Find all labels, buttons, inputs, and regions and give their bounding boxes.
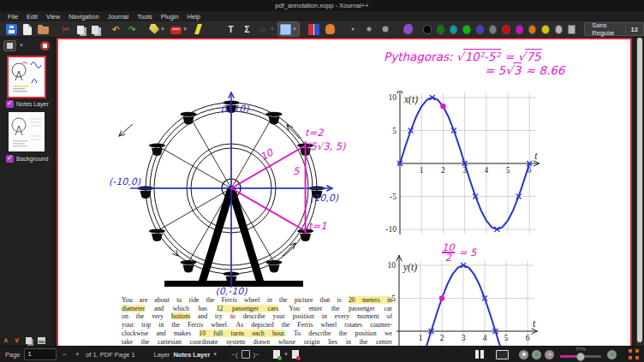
draw-shapes-button[interactable]: ▱▼ <box>256 22 277 36</box>
color-swatch-00a0b4[interactable] <box>450 25 457 34</box>
select-rectangle-button[interactable]: ▼ <box>278 22 299 36</box>
x-tick-label: 6 <box>526 334 530 342</box>
menu-navigation[interactable]: Navigation <box>65 12 102 21</box>
menu-view[interactable]: View <box>43 12 63 21</box>
text-tool-button[interactable]: T <box>224 22 238 36</box>
add-layer-icon[interactable] <box>273 350 280 359</box>
copy-button[interactable] <box>75 22 88 36</box>
hand-tool-button[interactable] <box>323 22 337 36</box>
color-swatch-00c200[interactable] <box>462 25 470 34</box>
cut-button[interactable]: ✂ <box>58 22 73 36</box>
menu-tools[interactable]: Tools <box>134 12 156 21</box>
sidebar-toggle-icon[interactable] <box>3 40 16 51</box>
sidebar-close-button[interactable] <box>40 41 50 50</box>
vertical-space-icon <box>308 24 319 35</box>
dual-page-view-icon[interactable] <box>474 350 486 359</box>
color-swatch-e00000[interactable] <box>502 25 510 34</box>
chevron-down-icon[interactable]: ▼ <box>19 43 24 48</box>
notes-layer-preview <box>9 57 45 97</box>
dot-thick-icon <box>380 24 391 35</box>
menu-help[interactable]: Help <box>184 12 204 21</box>
pen-button[interactable]: ▼ <box>147 22 167 36</box>
move-to-next-layer-icon[interactable]: )− <box>253 351 259 359</box>
titlebar: pdf_annotation.xopp - Xournal++ <box>0 0 644 11</box>
color-swatch-e07800[interactable] <box>528 25 536 34</box>
duplicate-page-icon[interactable] <box>26 337 32 344</box>
zoom-out-button[interactable] <box>545 350 554 359</box>
zoom-in-button[interactable] <box>607 350 617 359</box>
undo-button[interactable]: ↶ <box>109 22 123 36</box>
color-swatch-d6c400[interactable] <box>541 25 549 34</box>
scroll-up-icon[interactable]: ∧ <box>3 337 9 344</box>
toolbar: ✂↶↷▼▼TΣ▱▼▼Sans Regular12 <box>0 21 644 38</box>
highlighter-button[interactable] <box>191 22 206 36</box>
eraser-button[interactable]: ▼ <box>169 22 189 36</box>
pdf-page[interactable]: (0,10) (-10,0) (10,0) (0,-10) 10 5 t=2 (… <box>57 38 632 346</box>
scroll-down-icon[interactable]: ∨ <box>15 337 20 344</box>
color-swatch-7f7f7f[interactable] <box>489 25 497 34</box>
zoom-100-button[interactable] <box>532 350 541 359</box>
sqrt-sign: √ <box>505 63 513 77</box>
page-preview-icon[interactable] <box>38 337 45 344</box>
presentation-mode-icon[interactable] <box>496 350 509 359</box>
y-tick-label: 10 <box>388 261 397 270</box>
scissors-icon: ✂ <box>60 24 71 35</box>
menu-file[interactable]: File <box>4 12 21 21</box>
color-swatch-b4b4b4[interactable] <box>555 25 563 34</box>
background-layer-checkbox[interactable] <box>6 155 14 163</box>
insert-image-button[interactable] <box>207 22 222 36</box>
scrollbar-thumb[interactable] <box>637 38 642 342</box>
color-picker-icon[interactable] <box>568 25 575 34</box>
menu-edit[interactable]: Edit <box>23 12 41 21</box>
new-file-button[interactable] <box>21 22 34 36</box>
current-layer-icon[interactable] <box>242 350 250 359</box>
redo-button[interactable]: ↷ <box>125 22 140 36</box>
pen-dropdown-icon[interactable]: ▼ <box>160 27 165 32</box>
menu-journal[interactable]: Journal <box>104 12 133 21</box>
hand-icon <box>325 24 335 34</box>
passenger-car <box>181 260 197 273</box>
vertical-scrollbar[interactable] <box>636 38 643 346</box>
paste-button[interactable] <box>90 22 100 36</box>
color-swatch-dd00dd[interactable] <box>516 25 523 34</box>
font-selector[interactable]: Sans Regular12 <box>584 22 644 36</box>
layer-value: Notes Layer <box>173 351 210 359</box>
t1-label: t=1 <box>308 220 326 232</box>
zoom-percent: 77% <box>560 347 601 352</box>
math-tex-button[interactable]: Σ <box>240 22 254 36</box>
zoom-fit-button[interactable] <box>519 350 528 359</box>
thickness-medium-button[interactable] <box>362 22 377 36</box>
page-increment-button[interactable]: + <box>73 350 82 359</box>
shape-recognizer-button[interactable] <box>401 22 415 36</box>
pythagoras-annotation: Pythagoras: √10²-5² = √75 = 5√3 ≈ 8.66 <box>384 50 564 77</box>
vertical-space-button[interactable] <box>307 22 321 36</box>
eraser-dropdown-icon[interactable]: ▼ <box>182 27 188 32</box>
delete-layer-icon[interactable] <box>292 350 299 359</box>
xournalpp-window: pdf_annotation.xopp - Xournal++ FileEdit… <box>0 0 644 362</box>
chevron-down-icon[interactable]: ▼ <box>283 352 289 357</box>
fullscreen-icon[interactable] <box>629 349 639 359</box>
move-to-previous-layer-icon[interactable]: −( <box>231 351 237 359</box>
color-swatch-007f00[interactable] <box>437 25 444 34</box>
axis-title-x-of-t: x(t) <box>403 94 418 105</box>
thickness-thick-button[interactable] <box>379 22 393 36</box>
main-area: ▼ Notes Layer <box>0 38 644 346</box>
thickness-fine-button[interactable] <box>346 22 361 36</box>
open-file-button[interactable] <box>36 22 51 36</box>
page-number-input[interactable]: 1 <box>24 348 57 360</box>
page-decrement-button[interactable]: − <box>60 350 69 359</box>
layer-thumbnail-notes[interactable] <box>9 57 45 97</box>
zoom-slider-track[interactable] <box>560 355 601 358</box>
layer-select[interactable]: Notes Layer ▼ <box>173 351 218 359</box>
color-swatch-000000[interactable] <box>423 25 431 34</box>
save-button[interactable] <box>4 22 19 36</box>
color-swatch-4040d8[interactable] <box>476 25 484 34</box>
text-tool-icon: T <box>225 24 236 35</box>
zoom-slider-handle[interactable] <box>576 353 585 361</box>
draw-shapes-dropdown-icon[interactable]: ▼ <box>270 27 275 32</box>
menu-plugin[interactable]: Plugin <box>158 12 182 21</box>
select-rectangle-dropdown-icon[interactable]: ▼ <box>292 27 297 32</box>
layer-thumbnail-background[interactable] <box>9 112 45 151</box>
notes-layer-checkbox[interactable] <box>6 100 14 108</box>
zoom-slider[interactable]: 77% <box>560 348 601 360</box>
